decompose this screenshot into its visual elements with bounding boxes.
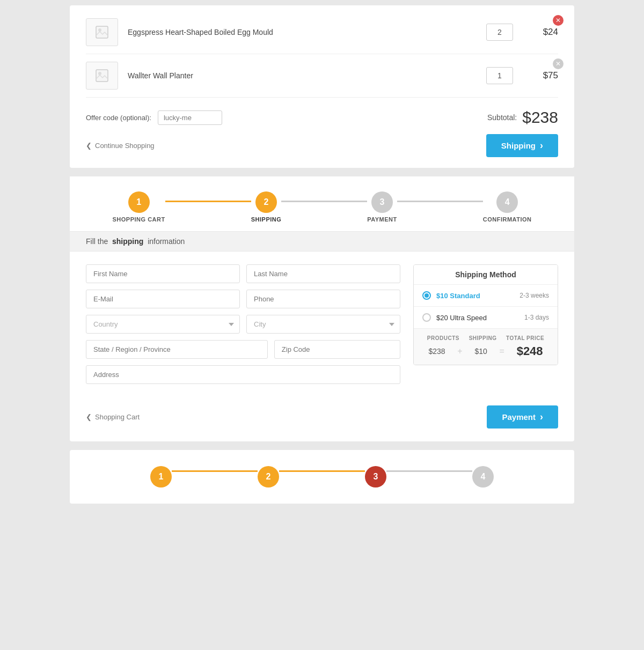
plus-icon: + bbox=[457, 346, 462, 356]
stepper-section: 1 SHOPPING CART 2 SHIPPING 3 PAYMENT bbox=[70, 176, 574, 441]
step-label-2: SHIPPING bbox=[251, 216, 282, 223]
shipping-footer: ❮ Shopping Cart Payment › bbox=[70, 397, 574, 441]
form-row-contact bbox=[86, 290, 400, 308]
item-qty-input[interactable] bbox=[486, 67, 513, 84]
item-qty-input[interactable] bbox=[486, 24, 513, 41]
standard-time: 2-3 weeks bbox=[519, 292, 549, 299]
subtotal-label: Subtotal: bbox=[487, 113, 517, 122]
svg-rect-0 bbox=[96, 26, 108, 38]
shipping-option-ultra[interactable]: $20 Ultra Speed 1-3 days bbox=[414, 307, 558, 329]
offer-row: Offer code (optional): bbox=[86, 110, 222, 125]
price-summary-values: $238 + $10 = $248 bbox=[422, 344, 549, 358]
step2-connector-1 bbox=[172, 470, 258, 472]
shipping-option-standard[interactable]: $10 Standard 2-3 weeks bbox=[414, 285, 558, 307]
form-right: Shipping Method $10 Standard 2-3 weeks bbox=[413, 264, 558, 384]
col-shipping: SHIPPING bbox=[469, 335, 497, 341]
form-row-location: Country City bbox=[86, 315, 400, 334]
offer-label: Offer code (optional): bbox=[86, 114, 151, 122]
step-circle-3: 3 bbox=[371, 191, 393, 213]
stepper-section-2: 1 2 3 4 bbox=[70, 450, 574, 504]
stepper-bar-2: 1 2 3 4 bbox=[102, 461, 542, 493]
step2-3: 3 bbox=[365, 466, 386, 488]
address-input[interactable] bbox=[86, 365, 400, 384]
shipping-method-title: Shipping Method bbox=[414, 265, 558, 285]
total-value: $248 bbox=[517, 344, 543, 358]
price-summary: PRODUCTS SHIPPING TOTAL PRICE $238 + $10… bbox=[414, 329, 558, 365]
item-image bbox=[86, 18, 118, 46]
phone-input[interactable] bbox=[246, 290, 400, 308]
form-row-state-zip bbox=[86, 340, 400, 359]
right-chevron-icon: › bbox=[540, 140, 543, 151]
col-total: TOTAL PRICE bbox=[506, 335, 544, 341]
country-select[interactable]: Country bbox=[86, 315, 240, 334]
first-name-input[interactable] bbox=[86, 264, 240, 283]
step2-connector-2 bbox=[279, 470, 365, 472]
radio-ultra[interactable] bbox=[422, 313, 431, 322]
left-chevron-icon: ❮ bbox=[86, 413, 92, 421]
remove-item-button[interactable]: ✕ bbox=[553, 15, 564, 26]
step-2: 2 SHIPPING bbox=[251, 191, 282, 223]
step-label-4: CONFIRMATION bbox=[483, 216, 532, 223]
step2-circle-3: 3 bbox=[365, 466, 386, 488]
cart-footer: Offer code (optional): Subtotal: $238 bbox=[86, 100, 558, 127]
item-image bbox=[86, 62, 118, 90]
step-connector-2 bbox=[281, 201, 367, 202]
step-1: 1 SHOPPING CART bbox=[113, 191, 165, 223]
offer-code-input[interactable] bbox=[158, 110, 222, 125]
cart-actions: ❮ Continue Shopping Shipping › bbox=[86, 134, 558, 157]
standard-price: $10 Standard bbox=[436, 292, 480, 300]
email-input[interactable] bbox=[86, 290, 240, 308]
form-row-name bbox=[86, 264, 400, 283]
cart-section: Eggspress Heart-Shaped Boiled Egg Mould … bbox=[70, 5, 574, 168]
last-name-input[interactable] bbox=[246, 264, 400, 283]
form-header-suffix: information bbox=[148, 237, 185, 246]
continue-shopping-link[interactable]: ❮ Continue Shopping bbox=[86, 142, 155, 150]
shipping-method-box: Shipping Method $10 Standard 2-3 weeks bbox=[413, 264, 558, 365]
left-chevron-icon: ❮ bbox=[86, 142, 92, 150]
step2-4: 4 bbox=[472, 466, 494, 488]
step-circle-1: 1 bbox=[128, 191, 150, 213]
form-header-bold: shipping bbox=[112, 237, 143, 246]
stepper-bar: 1 SHOPPING CART 2 SHIPPING 3 PAYMENT bbox=[70, 176, 574, 231]
item-name: Eggspress Heart-Shaped Boiled Egg Mould bbox=[128, 28, 486, 36]
cart-item: Wallter Wall Planter $75 ✕ bbox=[86, 54, 558, 98]
payment-button[interactable]: Payment › bbox=[487, 405, 558, 429]
step-connector-1 bbox=[165, 201, 251, 202]
step-3: 3 PAYMENT bbox=[367, 191, 397, 223]
step2-2: 2 bbox=[258, 466, 279, 488]
item-price: $75 bbox=[526, 70, 558, 81]
item-name: Wallter Wall Planter bbox=[128, 71, 486, 80]
step2-circle-2: 2 bbox=[258, 466, 279, 488]
cart-item: Eggspress Heart-Shaped Boiled Egg Mould … bbox=[86, 11, 558, 54]
step2-1: 1 bbox=[150, 466, 172, 488]
shipping-value: $10 bbox=[474, 347, 487, 356]
item-price: $24 bbox=[526, 27, 558, 38]
step2-circle-1: 1 bbox=[150, 466, 172, 488]
step2-circle-4: 4 bbox=[472, 466, 494, 488]
form-header: Fill the shipping information bbox=[70, 231, 574, 252]
state-input[interactable] bbox=[86, 340, 268, 359]
radio-standard[interactable] bbox=[422, 291, 431, 300]
step-circle-4: 4 bbox=[496, 191, 518, 213]
right-chevron-icon: › bbox=[540, 411, 543, 423]
step-4: 4 CONFIRMATION bbox=[483, 191, 532, 223]
step-circle-2: 2 bbox=[255, 191, 277, 213]
shipping-button[interactable]: Shipping › bbox=[486, 134, 558, 157]
price-summary-header: PRODUCTS SHIPPING TOTAL PRICE bbox=[422, 335, 549, 341]
remove-item-button[interactable]: ✕ bbox=[553, 58, 564, 69]
ultra-time: 1-3 days bbox=[524, 314, 549, 321]
ultra-price: $20 Ultra Speed bbox=[436, 314, 487, 322]
zip-input[interactable] bbox=[274, 340, 400, 359]
products-value: $238 bbox=[428, 347, 445, 356]
form-left: Country City bbox=[86, 264, 400, 384]
step2-connector-3 bbox=[386, 470, 472, 472]
city-select[interactable]: City bbox=[246, 315, 400, 334]
equals-icon: = bbox=[500, 346, 504, 356]
option-label-ultra: $20 Ultra Speed bbox=[436, 314, 519, 322]
form-row-address bbox=[86, 365, 400, 384]
form-header-prefix: Fill the bbox=[86, 237, 108, 246]
step-label-3: PAYMENT bbox=[367, 216, 397, 223]
subtotal-row: Subtotal: $238 bbox=[487, 108, 558, 127]
option-label-standard: $10 Standard bbox=[436, 292, 514, 300]
back-to-cart-link[interactable]: ❮ Shopping Cart bbox=[86, 413, 140, 421]
